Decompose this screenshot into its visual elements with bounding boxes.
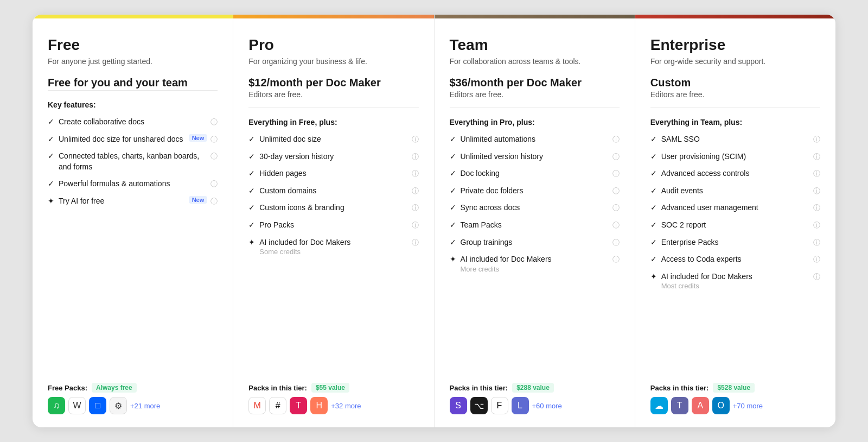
pack-icon-coda[interactable]: ⚙ (110, 397, 127, 414)
checkmark-icon: ✓ (48, 151, 54, 160)
plan-col-team: TeamFor collaboration across teams & too… (435, 15, 635, 427)
feature-text-pro-0: Unlimited doc size (259, 134, 407, 145)
feature-text-enterprise-7: Access to Coda experts (661, 254, 809, 265)
pack-icon-asana[interactable]: A (692, 397, 709, 414)
feature-text-pro-2: Hidden pages (259, 168, 407, 179)
feature-list-team: ✓Unlimited automationsⓘ✓Unlimited versio… (450, 134, 620, 372)
info-icon[interactable]: ⓘ (412, 203, 419, 213)
info-icon[interactable]: ⓘ (813, 220, 820, 230)
feature-item-free-1: ✓Unlimited doc size for unshared docsNew… (48, 134, 218, 145)
feature-item-enterprise-3: ✓Audit eventsⓘ (650, 186, 820, 197)
info-icon[interactable]: ⓘ (210, 135, 218, 144)
pack-icon-salesforce[interactable]: ☁ (650, 397, 668, 414)
info-icon[interactable]: ⓘ (612, 135, 620, 144)
info-icon[interactable]: ⓘ (612, 152, 620, 162)
checkmark-icon: ✓ (650, 255, 657, 263)
feature-item-team-7: ✦AI included for Doc MakersMore creditsⓘ (450, 254, 620, 273)
checkmark-icon: ✓ (450, 152, 456, 161)
pack-icon-github[interactable]: ⌥ (470, 397, 488, 414)
info-icon[interactable]: ⓘ (412, 186, 419, 196)
pack-icon-wikipedia[interactable]: W (68, 397, 86, 414)
info-icon[interactable]: ⓘ (813, 238, 820, 248)
info-icon[interactable]: ⓘ (612, 255, 620, 264)
info-icon[interactable]: ⓘ (210, 179, 218, 189)
pack-icon-gmail[interactable]: M (248, 397, 266, 414)
packs-label-enterprise: Packs in this tier:$528 value (650, 383, 820, 393)
feature-text-free-4: Try AI for free (59, 196, 184, 207)
checkmark-icon: ✓ (650, 186, 657, 195)
pack-icon-okta[interactable]: O (712, 397, 730, 414)
packs-more-pro[interactable]: +32 more (331, 402, 361, 410)
pack-icon-spotify[interactable]: ♫ (48, 397, 65, 414)
info-icon[interactable]: ⓘ (612, 238, 620, 248)
feature-item-team-5: ✓Team Packsⓘ (450, 220, 620, 231)
packs-section-pro: Packs in this tier:$55 valueM#TH+32 more (248, 372, 418, 414)
checkmark-icon: ✓ (248, 186, 255, 195)
pack-icon-linear[interactable]: L (512, 397, 529, 414)
checkmark-icon: ✓ (450, 220, 456, 229)
info-icon[interactable]: ⓘ (612, 220, 620, 230)
pack-icon-teams[interactable]: T (671, 397, 688, 414)
info-icon[interactable]: ⓘ (210, 197, 218, 206)
info-icon[interactable]: ⓘ (813, 203, 820, 213)
plan-tagline-team: For collaboration across teams & tools. (450, 57, 620, 66)
info-icon[interactable]: ⓘ (612, 203, 620, 213)
plan-name-pro: Pro (248, 36, 418, 54)
packs-label-pro: Packs in this tier:$55 value (248, 383, 418, 393)
plan-divider-pro (248, 108, 418, 108)
features-header-team: Everything in Pro, plus: (450, 118, 620, 127)
info-icon[interactable]: ⓘ (210, 151, 218, 161)
info-icon[interactable]: ⓘ (813, 186, 820, 196)
checkmark-icon: ✓ (650, 169, 657, 178)
feature-text-team-7: AI included for Doc Makers (461, 254, 608, 265)
feature-text-enterprise-4: Advanced user management (661, 203, 809, 213)
info-icon[interactable]: ⓘ (813, 272, 820, 282)
info-icon[interactable]: ⓘ (412, 135, 419, 144)
pack-icon-slack[interactable]: # (269, 397, 286, 414)
info-icon[interactable]: ⓘ (813, 255, 820, 264)
info-icon[interactable]: ⓘ (612, 169, 620, 179)
checkmark-icon: ✓ (48, 179, 54, 188)
pack-icon-toggl[interactable]: T (290, 397, 307, 414)
packs-value-pro: $55 value (311, 383, 349, 393)
plan-divider-free (48, 90, 218, 91)
checkmark-icon: ✓ (650, 135, 657, 143)
feature-text-enterprise-2: Advanced access controls (661, 168, 809, 179)
plan-price-sub-pro: Editors are free. (248, 90, 418, 99)
checkmark-icon: ✓ (248, 220, 255, 229)
info-icon[interactable]: ⓘ (412, 152, 419, 162)
feature-item-team-4: ✓Sync across docsⓘ (450, 203, 620, 213)
checkmark-icon: ✓ (650, 238, 657, 247)
info-icon[interactable]: ⓘ (813, 135, 820, 144)
plan-price-team: $36/month per Doc Maker (450, 77, 620, 89)
pack-icon-hubspot[interactable]: H (310, 397, 328, 414)
checkmark-icon: ✓ (450, 238, 456, 247)
packs-section-free: Free Packs:Always free♫W□⚙+21 more (48, 372, 218, 414)
feature-item-enterprise-6: ✓Enterprise Packsⓘ (650, 237, 820, 248)
checkmark-icon: ✓ (248, 152, 255, 161)
plan-bar-team (435, 15, 635, 18)
feature-item-pro-3: ✓Custom domainsⓘ (248, 186, 418, 197)
info-icon[interactable]: ⓘ (412, 169, 419, 179)
checkmark-icon: ✓ (450, 169, 456, 178)
info-icon[interactable]: ⓘ (612, 186, 620, 196)
feature-item-pro-2: ✓Hidden pagesⓘ (248, 168, 418, 179)
plan-bar-pro (233, 15, 433, 18)
pack-icon-dropbox[interactable]: □ (89, 397, 106, 414)
feature-text-enterprise-8: AI included for Doc Makers (661, 271, 809, 282)
pack-icon-shortcut[interactable]: S (450, 397, 467, 414)
pack-icon-figma[interactable]: F (491, 397, 508, 414)
feature-item-team-2: ✓Doc lockingⓘ (450, 168, 620, 179)
info-icon[interactable]: ⓘ (412, 238, 419, 248)
packs-more-enterprise[interactable]: +70 more (733, 402, 763, 410)
info-icon[interactable]: ⓘ (813, 169, 820, 179)
feature-item-free-0: ✓Create collaborative docsⓘ (48, 117, 218, 128)
feature-text-team-6: Group trainings (461, 237, 608, 248)
info-icon[interactable]: ⓘ (412, 220, 419, 230)
packs-more-free[interactable]: +21 more (130, 402, 160, 410)
info-icon[interactable]: ⓘ (210, 117, 218, 127)
info-icon[interactable]: ⓘ (813, 152, 820, 162)
packs-more-team[interactable]: +60 more (532, 402, 562, 410)
feature-text-free-1: Unlimited doc size for unshared docs (59, 134, 184, 145)
checkmark-icon: ✓ (650, 152, 657, 161)
